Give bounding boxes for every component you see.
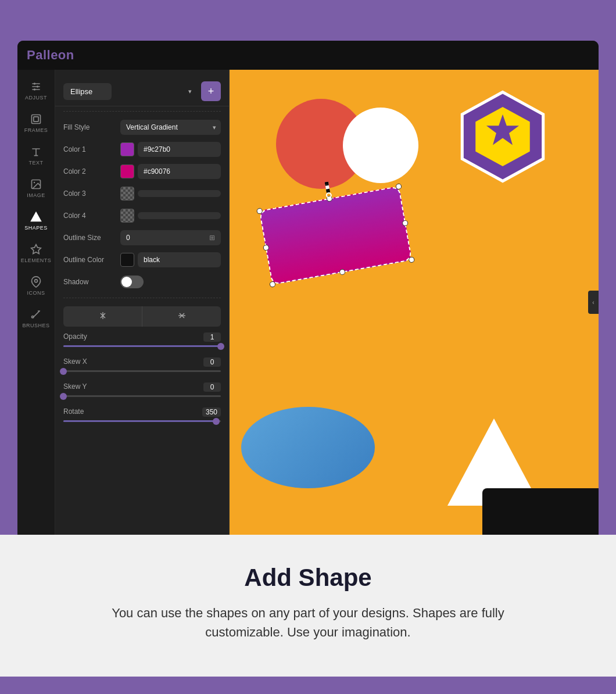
sidebar-item-icons[interactable]: ICONS <box>19 271 53 301</box>
sidebar-label-adjust: ADJUST <box>25 95 47 101</box>
color1-control: #9c27b0 <box>120 142 221 157</box>
bottom-section: Add Shape You can use the shapes on any … <box>0 535 616 677</box>
sidebar-item-frames[interactable]: FRAMES <box>19 108 53 138</box>
opacity-label: Opacity <box>63 332 87 342</box>
fill-style-control: Vertical Gradient Horizontal Gradient So… <box>120 120 221 135</box>
svg-marker-10 <box>31 245 41 254</box>
shape-select[interactable]: Ellipse Rectangle Triangle Hexagon <box>63 83 112 100</box>
outline-color-swatch[interactable] <box>120 253 134 267</box>
color3-label: Color 3 <box>63 189 116 198</box>
collapse-panel-button[interactable]: ‹ <box>588 291 599 314</box>
color4-input[interactable] <box>138 212 221 219</box>
color1-row: Color 1 #9c27b0 <box>55 138 229 160</box>
color2-swatch[interactable] <box>120 164 134 178</box>
app-body: ADJUST FRAMES TEXT <box>17 70 599 535</box>
opacity-slider-row: Opacity 1 <box>55 330 229 349</box>
opacity-thumb[interactable] <box>217 343 224 350</box>
sidebar-item-shapes[interactable]: SHAPES <box>19 206 53 236</box>
color4-swatch[interactable] <box>120 209 134 223</box>
color3-input[interactable] <box>138 190 221 197</box>
svg-point-4 <box>37 85 38 87</box>
brush-icon <box>30 309 42 320</box>
sidebar-item-brushes[interactable]: BRUSHES <box>19 303 53 334</box>
bottom-description: You can use the shapes on any part of yo… <box>105 603 511 642</box>
outline-size-label: Outline Size <box>63 234 116 242</box>
rotate-track[interactable] <box>63 420 221 422</box>
canvas-area: ‹ <box>230 70 599 535</box>
shadow-control <box>120 276 221 288</box>
skewy-slider-row: Skew Y 0 <box>55 380 229 399</box>
canvas-hexagon[interactable] <box>453 87 552 188</box>
app-window: Palleon ADJUST FRAMES <box>17 41 599 535</box>
sidebar-item-adjust[interactable]: ADJUST <box>19 76 53 106</box>
flip-h-icon <box>98 311 108 320</box>
rotate-slider-row: Rotate 350 <box>55 405 229 424</box>
shadow-toggle[interactable] <box>120 276 144 288</box>
sidebar-label-image: IMAGE <box>27 192 45 198</box>
skewy-track[interactable] <box>63 395 221 397</box>
star-icon <box>30 244 42 255</box>
svg-point-9 <box>34 182 35 184</box>
outline-color-label: Outline Color <box>63 256 116 264</box>
color1-swatch[interactable] <box>120 142 134 156</box>
color2-label: Color 2 <box>63 167 116 176</box>
skewx-track[interactable] <box>63 370 221 372</box>
canvas-blue-ellipse[interactable] <box>241 407 375 488</box>
sidebar-label-icons: ICONS <box>27 290 45 296</box>
rotate-thumb[interactable] <box>213 418 220 425</box>
sidebar-item-elements[interactable]: ELEMENTS <box>19 238 53 269</box>
skewy-label: Skew Y <box>63 382 87 392</box>
section-separator <box>63 111 221 112</box>
map-pin-icon <box>30 276 42 288</box>
color3-control <box>120 187 221 201</box>
opacity-track[interactable] <box>63 345 221 347</box>
skewx-value: 0 <box>203 357 221 367</box>
sidebar-label-text: TEXT <box>28 160 43 166</box>
sidebar-label-shapes: SHAPES <box>24 225 48 231</box>
outline-size-input[interactable]: 0 ⊞ <box>120 230 221 245</box>
outline-color-row: Outline Color black <box>55 249 229 271</box>
sidebar-item-image[interactable]: IMAGE <box>19 173 53 203</box>
skewy-value: 0 <box>203 382 221 392</box>
canvas-selected-rect[interactable] <box>259 186 413 285</box>
shadow-label: Shadow <box>63 278 116 286</box>
outline-size-spinner[interactable]: ⊞ <box>209 234 215 242</box>
fill-style-label: Fill Style <box>63 123 116 131</box>
canvas-black-bar <box>482 488 599 535</box>
fill-style-select-wrapper: Vertical Gradient Horizontal Gradient So… <box>120 120 221 135</box>
transform-buttons <box>55 303 229 330</box>
outline-size-value: 0 <box>126 234 130 242</box>
rotate-fill <box>63 420 216 422</box>
color4-control <box>120 209 221 223</box>
image-icon <box>30 178 42 190</box>
svg-point-3 <box>34 83 35 84</box>
svg-rect-7 <box>34 117 38 121</box>
sliders-icon <box>30 81 42 92</box>
rotate-label: Rotate <box>63 407 84 417</box>
skewx-thumb[interactable] <box>60 368 67 375</box>
outline-size-row: Outline Size 0 ⊞ <box>55 227 229 249</box>
skewx-header: Skew X 0 <box>63 357 221 367</box>
svg-point-5 <box>34 88 35 90</box>
sidebar-item-text[interactable]: TEXT <box>19 141 53 171</box>
app-logo: Palleon <box>27 48 74 63</box>
design-canvas[interactable] <box>230 70 599 535</box>
add-shape-button[interactable]: + <box>201 81 221 101</box>
color2-input[interactable]: #c90076 <box>138 164 221 179</box>
flip-h-button[interactable] <box>63 306 142 327</box>
color1-label: Color 1 <box>63 145 116 153</box>
opacity-fill <box>63 345 221 347</box>
svg-point-11 <box>35 280 38 282</box>
title-bar: Palleon <box>17 41 599 70</box>
flip-v-button[interactable] <box>142 306 221 327</box>
outline-color-control: black <box>120 252 221 267</box>
fill-style-row: Fill Style Vertical Gradient Horizontal … <box>55 116 229 138</box>
canvas-white-circle[interactable] <box>343 108 418 183</box>
color3-swatch[interactable] <box>120 187 134 201</box>
skewy-thumb[interactable] <box>60 393 67 400</box>
outline-color-input[interactable]: black <box>138 252 221 267</box>
sidebar-label-brushes: BRUSHES <box>22 323 49 328</box>
section-sep-2 <box>63 298 221 298</box>
fill-style-select[interactable]: Vertical Gradient Horizontal Gradient So… <box>120 120 221 135</box>
color1-input[interactable]: #9c27b0 <box>138 142 221 157</box>
